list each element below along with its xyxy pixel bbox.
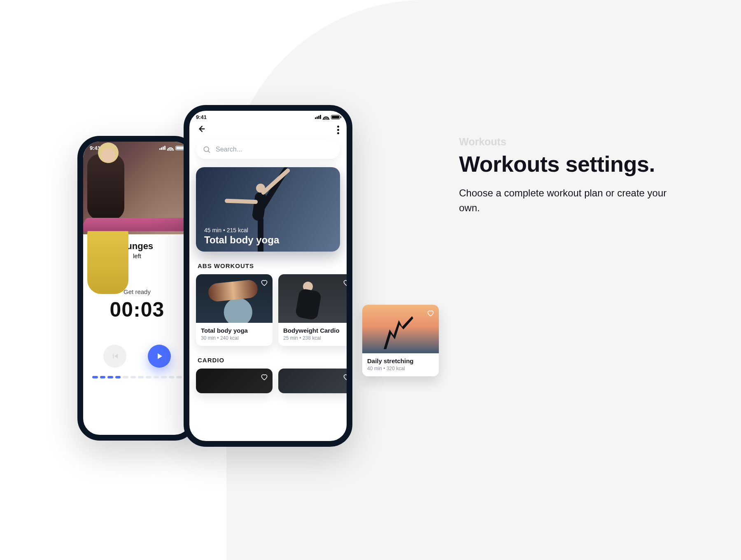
workout-card[interactable]: Bodyweight Cardio 25 min • 238 kcal (278, 274, 352, 346)
workout-title: Daily stretching (367, 357, 434, 364)
wifi-icon (323, 115, 329, 120)
wifi-icon (167, 146, 174, 151)
favorite-button[interactable] (343, 373, 351, 383)
battery-icon (331, 115, 340, 119)
workout-sub: 30 min • 240 kcal (201, 335, 268, 341)
workout-card[interactable] (196, 369, 273, 393)
play-button[interactable] (148, 345, 171, 368)
workout-title: Bodyweight Cardio (283, 327, 350, 334)
workout-card[interactable]: Total body yoga 30 min • 240 kcal (196, 274, 273, 346)
exercise-video-hero: 9:41 (83, 142, 191, 234)
previous-button[interactable] (103, 345, 126, 368)
copy-title: Workouts settings. (459, 152, 673, 176)
hero-illustration (87, 154, 187, 234)
workout-thumb (196, 274, 273, 323)
featured-title: Total body yoga (204, 234, 279, 246)
marketing-copy: Workouts Workouts settings. Choose a com… (459, 136, 673, 215)
countdown-timer: 00:03 (87, 298, 187, 322)
section-cardio-title: CARDIO (189, 346, 347, 369)
svg-point-0 (204, 147, 209, 152)
status-icons (159, 145, 184, 151)
back-button[interactable] (197, 124, 206, 135)
section-abs-title: ABS WORKOUTS (189, 252, 347, 274)
featured-workout-card[interactable]: 45 min • 215 kcal Total body yoga (196, 167, 340, 252)
workout-title: Total body yoga (201, 327, 268, 334)
favorite-button[interactable] (260, 373, 268, 383)
cellular-icon (159, 145, 165, 151)
workout-thumb (196, 369, 273, 393)
phone-workouts-list: 9:41 Search... 45 min • 215 kcal Total b… (184, 105, 352, 447)
status-time: 9:41 (196, 114, 207, 120)
workout-thumb (278, 369, 352, 393)
copy-body: Choose a complete workout plan or create… (459, 186, 673, 215)
featured-meta: 45 min • 215 kcal (204, 227, 248, 233)
exercise-progress (87, 368, 187, 378)
favorite-button[interactable] (426, 309, 435, 319)
favorite-button[interactable] (343, 278, 351, 288)
status-time: 9:41 (90, 145, 100, 151)
favorite-button[interactable] (260, 278, 268, 288)
more-options-button[interactable] (337, 126, 339, 134)
workout-card[interactable] (278, 369, 352, 393)
search-input[interactable]: Search... (196, 140, 340, 159)
status-bar: 9:41 (189, 111, 347, 122)
status-icons (315, 114, 340, 120)
workout-thumb (278, 274, 352, 323)
search-icon (203, 145, 211, 154)
workout-card-floating[interactable]: Daily stretching 40 min • 320 kcal (362, 305, 439, 376)
cellular-icon (315, 114, 321, 120)
workout-thumb (362, 305, 439, 353)
workout-sub: 25 min • 238 kcal (283, 335, 350, 341)
search-placeholder: Search... (216, 146, 242, 153)
battery-icon (175, 146, 184, 150)
copy-kicker: Workouts (459, 136, 673, 148)
workout-sub: 40 min • 320 kcal (367, 366, 434, 371)
status-bar: 9:41 (83, 142, 191, 153)
phone-exercise-player: 9:41 Lunges left Get ready 00:03 (77, 136, 197, 441)
